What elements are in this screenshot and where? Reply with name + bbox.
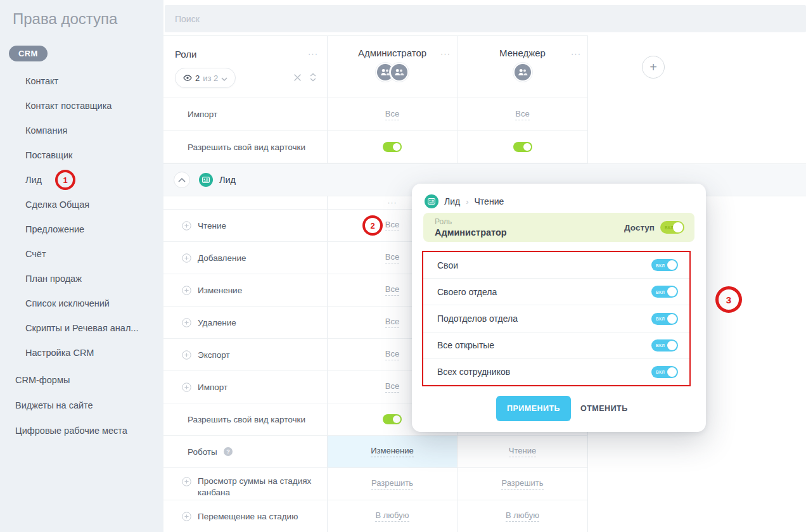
sidebar: Права доступа CRM Контакт Контакт постав… xyxy=(0,0,163,532)
permission-value[interactable]: Все xyxy=(385,284,399,296)
plus-circle-icon[interactable] xyxy=(182,221,191,231)
plus-circle-icon[interactable] xyxy=(182,477,191,486)
annotation-circle-3: 3 xyxy=(715,286,742,313)
permission-value[interactable]: В любую xyxy=(375,510,409,522)
permission-value[interactable]: Все xyxy=(385,317,399,328)
lead-entity-icon xyxy=(199,173,213,187)
table-row: Перемещение на стадию В любую В любую xyxy=(163,500,588,532)
annotation-circle-1: 1 xyxy=(55,170,75,190)
permission-label: Разрешить свой вид карточки xyxy=(163,142,305,152)
filter-of-label: из 2 xyxy=(203,73,218,83)
option-row: Все открытые ВКЛ xyxy=(423,332,689,359)
plus-circle-icon[interactable] xyxy=(182,512,191,521)
card-view-toggle[interactable] xyxy=(513,142,532,152)
cancel-button[interactable]: ОТМЕНИТЬ xyxy=(580,396,628,421)
column-administrator: Администратор ··· xyxy=(328,36,457,98)
sidebar-item-exclusion-list[interactable]: Список исключений xyxy=(0,291,163,316)
sidebar-item-supplier-contact[interactable]: Контакт поставщика xyxy=(0,94,163,118)
plus-circle-icon[interactable] xyxy=(182,383,191,392)
administrator-avatars[interactable] xyxy=(376,63,409,82)
manager-avatars[interactable] xyxy=(513,63,532,82)
option-toggle[interactable]: ВКЛ xyxy=(651,286,678,298)
apply-button[interactable]: ПРИМЕНИТЬ xyxy=(496,396,571,421)
expand-all-icon[interactable] xyxy=(309,73,317,84)
sidebar-item-invoice[interactable]: Счёт xyxy=(0,242,163,267)
option-label: Подотделов отдела xyxy=(437,314,518,324)
roles-filter-chip[interactable]: 2 из 2 xyxy=(175,68,236,88)
collapse-section-icon[interactable] xyxy=(174,172,190,188)
sidebar-item-sales-plan[interactable]: План продаж xyxy=(0,267,163,291)
permission-value[interactable]: Все xyxy=(385,381,399,393)
permission-label: Чтение xyxy=(163,221,226,231)
column-menu-icon[interactable]: ··· xyxy=(388,198,397,207)
plus-circle-icon[interactable] xyxy=(182,286,191,295)
manager-menu-icon[interactable]: ··· xyxy=(571,49,581,58)
page-title: Права доступа xyxy=(13,10,117,28)
permission-label: Просмотр суммы на стадиях канбана xyxy=(163,470,318,498)
column-manager-label: Менеджер xyxy=(499,48,546,58)
card-view-toggle[interactable] xyxy=(383,414,402,424)
sidebar-item-digital-workplaces[interactable]: Цифровые рабочие места xyxy=(0,418,163,443)
permission-label: Роботы? xyxy=(163,447,233,457)
option-toggle[interactable]: ВКЛ xyxy=(651,339,678,352)
table-row: Импорт Все Все xyxy=(163,98,588,131)
permission-label: Добавление xyxy=(163,253,246,263)
option-toggle[interactable]: ВКЛ xyxy=(651,366,678,378)
sidebar-item-supplier[interactable]: Поставщик xyxy=(0,143,163,168)
option-row: Подотделов отдела ВКЛ xyxy=(423,305,689,332)
permission-value[interactable]: В любую xyxy=(506,510,539,522)
option-label: Своего отдела xyxy=(437,287,497,297)
sidebar-item-lead[interactable]: Лид xyxy=(0,168,163,193)
permission-value[interactable]: Все xyxy=(515,109,529,120)
option-toggle[interactable]: ВКЛ xyxy=(651,259,678,271)
avatar xyxy=(390,63,409,82)
plus-circle-icon[interactable] xyxy=(182,350,191,360)
option-row: Всех сотрудников ВКЛ xyxy=(423,359,689,385)
annotation-circle-2: 2 xyxy=(362,215,383,236)
permission-value[interactable]: Все xyxy=(385,109,399,120)
sidebar-item-deal[interactable]: Сделка Общая xyxy=(0,193,163,217)
sidebar-item-crm-forms[interactable]: CRM-формы xyxy=(0,367,163,393)
roles-header-cell: Роли ··· 2 из 2 xyxy=(163,36,328,98)
column-administrator-label: Администратор xyxy=(358,48,426,58)
permission-value[interactable]: Изменение xyxy=(371,446,414,457)
sidebar-item-scripts[interactable]: Скрипты и Речевая анал... xyxy=(0,316,163,341)
permission-label: Удаление xyxy=(163,318,236,327)
permission-value[interactable]: Разрешить xyxy=(371,478,413,490)
plus-circle-icon[interactable] xyxy=(182,253,191,263)
search-input[interactable] xyxy=(165,5,806,32)
permission-value[interactable]: Все xyxy=(385,252,399,263)
crm-section-badge[interactable]: CRM xyxy=(9,46,48,61)
annotation-highlight-box: Свои ВКЛ Своего отдела ВКЛ Подотделов от… xyxy=(422,251,691,386)
section-lead-title[interactable]: Лид xyxy=(219,175,236,185)
breadcrumb-action: Чтение xyxy=(475,196,504,206)
add-role-button[interactable]: + xyxy=(642,56,665,79)
option-toggle[interactable]: ВКЛ xyxy=(651,313,678,325)
plus-circle-icon[interactable] xyxy=(182,318,191,327)
table-header-row: Роли ··· 2 из 2 Администратор ··· Менедж… xyxy=(163,35,588,98)
permission-value[interactable]: Разрешить xyxy=(501,478,543,490)
permission-value[interactable]: Все xyxy=(385,349,399,360)
sidebar-item-company[interactable]: Компания xyxy=(0,118,163,143)
eye-icon xyxy=(183,72,192,84)
administrator-menu-icon[interactable]: ··· xyxy=(440,49,451,58)
permission-value[interactable]: Все xyxy=(385,220,399,231)
permission-label: Импорт xyxy=(163,383,227,392)
permission-value[interactable]: Чтение xyxy=(509,446,536,457)
roles-menu-icon[interactable]: ··· xyxy=(308,49,318,58)
permission-label: Разрешить свой вид карточки xyxy=(163,415,305,424)
sidebar-item-site-widgets[interactable]: Виджеты на сайте xyxy=(0,393,163,418)
breadcrumb-entity[interactable]: Лид xyxy=(444,196,460,206)
card-view-toggle[interactable] xyxy=(383,142,402,152)
help-icon[interactable]: ? xyxy=(224,447,233,456)
sidebar-item-contact[interactable]: Контакт xyxy=(0,69,163,94)
sidebar-item-quote[interactable]: Предложение xyxy=(0,217,163,242)
role-access-panel: Роль Администратор Доступ ВКЛ xyxy=(423,213,694,242)
collapse-all-icon[interactable] xyxy=(293,73,302,84)
sidebar-item-crm-settings[interactable]: Настройка CRM xyxy=(0,341,163,365)
table-row: Роботы? Изменение Чтение xyxy=(163,436,588,468)
option-label: Все открытые xyxy=(437,340,494,350)
popup-breadcrumb: Лид › Чтение xyxy=(412,184,706,208)
access-toggle[interactable]: ВКЛ xyxy=(660,221,684,234)
role-value: Администратор xyxy=(435,227,507,238)
